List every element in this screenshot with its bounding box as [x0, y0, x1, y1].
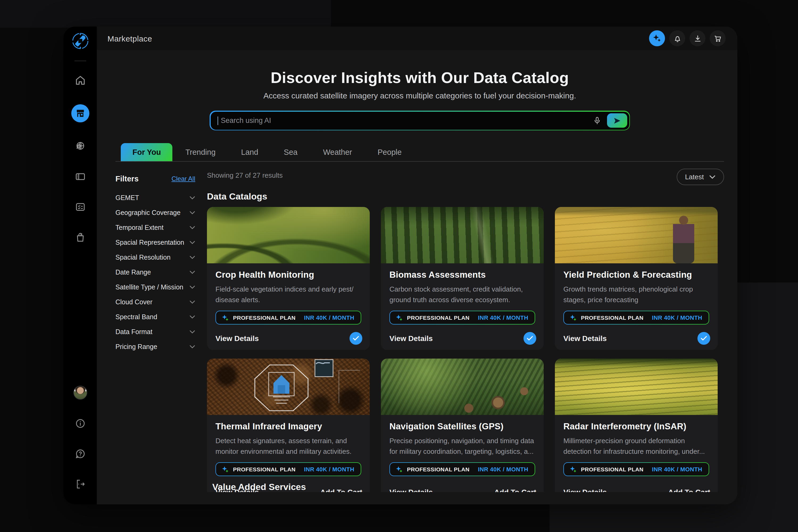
- filter-label: Geographic Coverage: [115, 209, 180, 216]
- added-check-badge[interactable]: [349, 332, 362, 345]
- card-crop-health-monitoring[interactable]: Crop Health Monitoring Field-scale veget…: [207, 207, 370, 350]
- card-yield-prediction-forecasting[interactable]: Yield Prediction & Forecasting Growth tr…: [555, 207, 718, 350]
- sidebar-item-info[interactable]: [74, 417, 87, 430]
- filter-label: Pricing Range: [115, 343, 157, 350]
- tab-weather[interactable]: Weather: [310, 143, 365, 161]
- chevron-down-icon: [189, 226, 195, 230]
- content-area: Discover Insights with Our Data Catalog …: [97, 50, 737, 504]
- chevron-down-icon: [709, 175, 716, 179]
- filter-geographic-coverage[interactable]: Geographic Coverage: [115, 205, 195, 220]
- plan-label: PROFESSIONAL PLAN: [233, 315, 296, 321]
- catalog-card-description: Carbon stock assessment, credit validati…: [390, 284, 535, 305]
- filters-title: Filters: [115, 174, 138, 183]
- catalog-card-image: [555, 359, 718, 415]
- notifications-button[interactable]: [669, 30, 685, 46]
- plan-label: PROFESSIONAL PLAN: [407, 315, 470, 321]
- sidebar-item-explore[interactable]: [74, 140, 87, 153]
- download-icon: [693, 34, 702, 43]
- filter-spectral-band[interactable]: Spectral Band: [115, 310, 195, 324]
- tab-trending[interactable]: Trending: [173, 143, 228, 161]
- chevron-down-icon: [189, 345, 195, 349]
- hero-title: Discover Insights with Our Data Catalog: [115, 69, 724, 87]
- filter-spacial-resolution[interactable]: Spacial Resolution: [115, 250, 195, 265]
- sort-dropdown-value: Latest: [685, 173, 704, 181]
- plan-badge: PROFESSIONAL PLAN INR 40K / MONTH: [390, 462, 535, 476]
- ai-assistant-button[interactable]: [649, 30, 665, 46]
- cart-button[interactable]: [710, 30, 726, 46]
- tab-people[interactable]: People: [365, 143, 414, 161]
- sparkles-icon: [569, 465, 577, 473]
- tab-land[interactable]: Land: [228, 143, 271, 161]
- sidebar-item-logout[interactable]: [74, 478, 87, 491]
- chevron-down-icon: [189, 196, 195, 200]
- check-icon: [353, 336, 359, 341]
- logout-icon: [74, 478, 86, 490]
- downloads-button[interactable]: [689, 30, 705, 46]
- topbar: Marketplace: [97, 26, 737, 50]
- filter-gemet[interactable]: GEMET: [115, 190, 195, 205]
- catalog-card-title: Biomass Assessments: [390, 270, 535, 280]
- chevron-down-icon: [189, 330, 195, 334]
- price-label: INR 40K / MONTH: [478, 315, 528, 321]
- view-details-link[interactable]: View Details: [390, 334, 433, 343]
- home-icon: [74, 75, 86, 86]
- sidebar-item-panels[interactable]: [74, 170, 87, 183]
- check-icon: [527, 336, 533, 341]
- card-navigation-satellites-gps[interactable]: Navigation Satellites (GPS) Precise posi…: [381, 359, 544, 502]
- sidebar-item-orders[interactable]: [74, 231, 87, 244]
- tab-for-you[interactable]: For You: [121, 143, 173, 161]
- search-section: [115, 111, 724, 130]
- catalog-card-image: [207, 359, 370, 415]
- layout-panel-icon: [74, 171, 86, 183]
- filter-list: GEMET Geographic Coverage Temporal Exten…: [115, 190, 195, 354]
- filter-cloud-cover[interactable]: Cloud Cover: [115, 295, 195, 310]
- filter-satellite-type-mission[interactable]: Satellite Type / Mission: [115, 280, 195, 295]
- plan-label: PROFESSIONAL PLAN: [407, 466, 470, 472]
- search-submit-button[interactable]: [607, 113, 627, 128]
- filter-label: Satellite Type / Mission: [115, 284, 183, 291]
- catalog-card-image: [555, 207, 718, 263]
- desktop-canvas: Marketplace: [0, 0, 798, 532]
- page-title: Marketplace: [108, 34, 152, 43]
- filter-temporal-extent[interactable]: Temporal Extent: [115, 220, 195, 235]
- category-tabs: For YouTrendingLandSeaWeatherPeople: [115, 143, 724, 162]
- catalog-card-description: Precise positioning, navigation, and tim…: [390, 436, 535, 457]
- view-details-link[interactable]: View Details: [564, 334, 607, 343]
- sparkles-icon: [221, 314, 229, 322]
- sidebar-item-tasks[interactable]: [74, 201, 87, 213]
- sparkles-icon: [395, 465, 403, 473]
- sidebar-item-home[interactable]: [74, 74, 87, 87]
- background-decoration-top: [0, 0, 331, 28]
- shopping-bag-icon: [74, 231, 86, 243]
- card-biomass-assessments[interactable]: Biomass Assessments Carbon stock assessm…: [381, 207, 544, 350]
- info-icon: [74, 418, 86, 429]
- added-check-badge[interactable]: [698, 332, 710, 345]
- sort-dropdown[interactable]: Latest: [677, 169, 724, 185]
- filter-data-format[interactable]: Data Format: [115, 324, 195, 339]
- voice-search-button[interactable]: [587, 116, 607, 125]
- added-check-badge[interactable]: [524, 332, 536, 345]
- filter-pricing-range[interactable]: Pricing Range: [115, 339, 195, 354]
- user-avatar[interactable]: [73, 386, 87, 400]
- search-input[interactable]: [220, 116, 587, 125]
- filter-label: Data Format: [115, 328, 152, 336]
- filter-label: Spacial Representation: [115, 239, 184, 246]
- plan-label: PROFESSIONAL PLAN: [581, 466, 643, 472]
- plan-label: PROFESSIONAL PLAN: [581, 315, 643, 321]
- clear-all-link[interactable]: Clear All: [172, 175, 195, 183]
- card-thermal-infrared-imagery[interactable]: Thermal Infrared Imagery Detect heat sig…: [207, 359, 370, 502]
- section-clip-band: [97, 492, 737, 504]
- sidebar-item-help[interactable]: [74, 448, 87, 460]
- sidebar-item-marketplace[interactable]: [71, 104, 89, 122]
- price-label: INR 40K / MONTH: [478, 466, 528, 472]
- view-details-link[interactable]: View Details: [215, 334, 259, 343]
- results-section: Showing 27 of 27 results Latest Data Cat…: [207, 162, 724, 502]
- filter-label: GEMET: [115, 194, 139, 202]
- card-radar-interferometry-insar[interactable]: Radar Interferometry (InSAR) Millimeter-…: [555, 359, 718, 502]
- filter-spacial-representation[interactable]: Spacial Representation: [115, 235, 195, 250]
- plan-badge: PROFESSIONAL PLAN INR 40K / MONTH: [564, 311, 709, 324]
- plan-badge: PROFESSIONAL PLAN INR 40K / MONTH: [215, 462, 361, 476]
- tab-sea[interactable]: Sea: [271, 143, 310, 161]
- filter-date-range[interactable]: Date Range: [115, 265, 195, 280]
- app-logo[interactable]: [70, 31, 90, 51]
